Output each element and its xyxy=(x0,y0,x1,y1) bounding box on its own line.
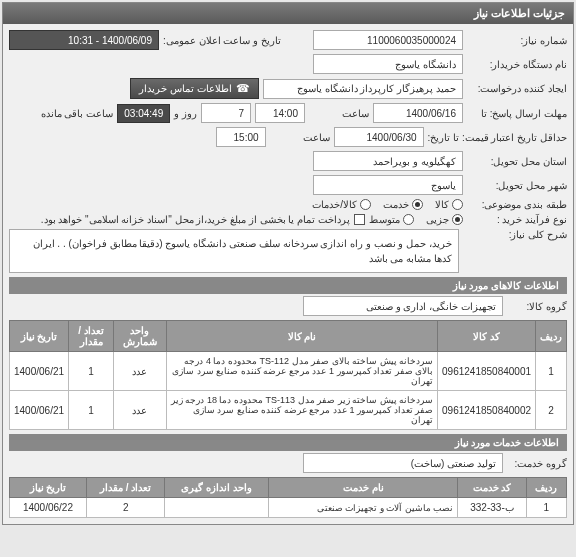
need-no-field: 1100060035000024 xyxy=(313,30,463,50)
table-row: 20961241850840002سردخانه پیش ساخته زیر ص… xyxy=(10,391,567,430)
radio-both[interactable] xyxy=(360,199,371,210)
remaining-label: ساعت باقی مانده xyxy=(41,108,114,119)
scol-qty: تعداد / مقدار xyxy=(86,478,165,498)
table-row: 1ب-33-332نصب ماشین آلات و تجهیزات صنعتی2… xyxy=(10,498,567,518)
svc-table: ردیف کد خدمت نام خدمت واحد اندازه گیری ت… xyxy=(9,477,567,518)
scol-code: کد خدمت xyxy=(458,478,526,498)
validity-time-field: 15:00 xyxy=(216,127,266,147)
goods-group-label: گروه کالا: xyxy=(507,301,567,312)
table-row: 10961241850840001سردخانه پیش ساخته بالای… xyxy=(10,352,567,391)
buyer-name-label: نام دستگاه خریدار: xyxy=(467,59,567,70)
svc-section-header: اطلاعات خدمات مورد نیاز xyxy=(9,434,567,451)
svc-group-field: تولید صنعتی (ساخت) xyxy=(303,453,503,473)
radio-medium[interactable] xyxy=(403,214,414,225)
panel-body: شماره نیاز: 1100060035000024 تاریخ و ساع… xyxy=(3,24,573,524)
buyer-name-field: دانشگاه یاسوج xyxy=(313,54,463,74)
budget-radio-group: کالا خدمت کالا/خدمات xyxy=(312,199,463,210)
deadline-label: مهلت ارسال پاسخ: تا xyxy=(467,108,567,119)
countdown-timer: 03:04:49 xyxy=(117,104,170,123)
desc-label: شرح کلی نیاز: xyxy=(467,229,567,240)
radio-goods[interactable] xyxy=(452,199,463,210)
province-label: استان محل تحویل: xyxy=(467,156,567,167)
goods-group-field: تجهیزات خانگی، اداری و صنعتی xyxy=(303,296,503,316)
pay-note: پرداخت تمام یا بخشی از مبلغ خرید،از محل … xyxy=(41,214,350,225)
city-label: شهر محل تحویل: xyxy=(467,180,567,191)
announce-label: تاریخ و ساعت اعلان عمومی: xyxy=(163,35,281,46)
panel-title: جزئیات اطلاعات نیاز xyxy=(3,3,573,24)
radio-service[interactable] xyxy=(412,199,423,210)
col-date: تاریخ نیاز xyxy=(10,321,69,352)
col-qty: تعداد / مقدار xyxy=(69,321,114,352)
deadline-date-field: 1400/06/16 xyxy=(373,103,463,123)
validity-label: حداقل تاریخ اعتبار قیمت: تا تاریخ: xyxy=(428,132,567,143)
scol-name: نام خدمت xyxy=(268,478,457,498)
deadline-time-field: 14:00 xyxy=(255,103,305,123)
announce-field: 1400/06/09 - 10:31 xyxy=(9,30,159,50)
scol-unit: واحد اندازه گیری xyxy=(165,478,269,498)
goods-table: ردیف کد کالا نام کالا واحد شمارش تعداد /… xyxy=(9,320,567,430)
type-radio-group: جزیی متوسط xyxy=(369,214,463,225)
budget-label: طبقه بندی موضوعی: xyxy=(467,199,567,210)
province-field: کهگیلویه و بویراحمد xyxy=(313,151,463,171)
col-name: نام کالا xyxy=(166,321,437,352)
col-row: ردیف xyxy=(536,321,567,352)
desc-box: خرید، حمل و نصب و راه اندازی سردخانه سلف… xyxy=(9,229,459,273)
goods-section-header: اطلاعات کالاهای مورد نیاز xyxy=(9,277,567,294)
scol-date: تاریخ نیاز xyxy=(10,478,87,498)
col-code: کد کالا xyxy=(438,321,536,352)
type-label: نوع فرآیند خرید : xyxy=(467,214,567,225)
svc-group-label: گروه خدمت: xyxy=(507,458,567,469)
time-label-2: ساعت xyxy=(270,132,330,143)
need-details-panel: جزئیات اطلاعات نیاز شماره نیاز: 11000600… xyxy=(2,2,574,525)
radio-minor[interactable] xyxy=(452,214,463,225)
need-no-label: شماره نیاز: xyxy=(467,35,567,46)
days-field: 7 xyxy=(201,103,251,123)
scol-row: ردیف xyxy=(526,478,566,498)
treasury-checkbox[interactable] xyxy=(354,214,365,225)
city-field: یاسوج xyxy=(313,175,463,195)
days-and-label: روز و xyxy=(174,108,197,119)
time-label-1: ساعت xyxy=(309,108,369,119)
contact-buyer-button[interactable]: اطلاعات تماس خریدار xyxy=(130,78,259,99)
col-unit: واحد شمارش xyxy=(113,321,166,352)
creator-label: ایجاد کننده درخواست: xyxy=(467,83,567,94)
validity-date-field: 1400/06/30 xyxy=(334,127,424,147)
creator-field: حمید پرهیزگار کارپرداز دانشگاه یاسوج xyxy=(263,79,463,99)
